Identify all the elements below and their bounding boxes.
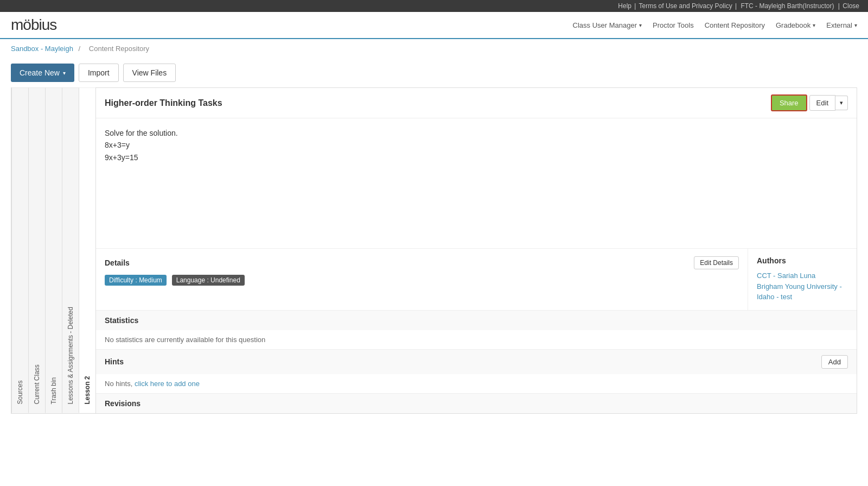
edit-button[interactable]: Edit: [809, 95, 835, 111]
question-body: Solve for the solution. 8x+3=y 9x+3y=15: [96, 118, 857, 249]
question-line-3: 9x+3y=15: [105, 152, 848, 163]
details-title: Details: [105, 258, 130, 267]
close-link[interactable]: Close: [843, 2, 859, 10]
vertical-tabs: Sources Current Class Trash bin Lessons …: [11, 87, 95, 414]
question-title: Higher-order Thinking Tasks: [105, 98, 771, 108]
share-button[interactable]: Share: [771, 94, 807, 111]
author-2-link[interactable]: Brigham Young University - Idaho - test: [757, 281, 848, 302]
breadcrumb-current: Content Repository: [89, 45, 149, 53]
gradebook-nav[interactable]: Gradebook ▾: [776, 21, 815, 29]
badges-row: Difficulty : Medium Language : Undefined: [105, 275, 739, 286]
main-layout: Sources Current Class Trash bin Lessons …: [11, 87, 857, 414]
tab-trash-bin[interactable]: Trash bin: [45, 88, 62, 413]
proctor-tools-nav[interactable]: Proctor Tools: [653, 21, 694, 29]
external-nav[interactable]: External ▾: [826, 21, 857, 29]
import-button[interactable]: Import: [79, 64, 119, 82]
gradebook-caret-icon: ▾: [813, 22, 815, 28]
toolbar: Create New ▾ Import View Files: [0, 58, 868, 87]
question-line-1: Solve for the solution.: [105, 127, 848, 139]
top-bar: Help | Terms of Use and Privacy Policy |…: [0, 0, 868, 12]
breadcrumb-root[interactable]: Sandbox - Mayleigh: [11, 45, 73, 53]
tab-lesson-2[interactable]: Lesson 2: [79, 88, 95, 413]
details-panel: Details Edit Details Difficulty : Medium…: [96, 249, 748, 310]
details-authors-row: Details Edit Details Difficulty : Medium…: [96, 249, 857, 310]
difficulty-badge: Difficulty : Medium: [105, 275, 167, 286]
ftc-info: FTC - Mayleigh Barth(Instructor): [741, 2, 834, 10]
tab-sources[interactable]: Sources: [11, 88, 28, 413]
content-repository-nav[interactable]: Content Repository: [705, 21, 765, 29]
view-files-button[interactable]: View Files: [123, 64, 176, 82]
nav-links: Class User Manager ▾ Proctor Tools Conte…: [573, 21, 857, 29]
add-hint-link[interactable]: click here to add one: [135, 380, 200, 388]
hints-body: No hints, click here to add one: [96, 374, 857, 393]
authors-panel: Authors CCT - Sariah Luna Brigham Young …: [748, 249, 857, 310]
breadcrumb: Sandbox - Mayleigh / Content Repository: [0, 39, 868, 58]
nav-bar: möbius Class User Manager ▾ Proctor Tool…: [0, 12, 868, 39]
external-caret-icon: ▾: [854, 22, 857, 28]
statistics-title: Statistics: [96, 311, 857, 330]
hints-section: Hints Add No hints, click here to add on…: [96, 350, 857, 394]
authors-title: Authors: [757, 256, 786, 265]
logo: möbius: [11, 16, 56, 34]
create-new-caret-icon: ▾: [63, 70, 66, 76]
tab-lessons-assignments-deleted[interactable]: Lessons & Assignments - Deleted: [62, 88, 79, 413]
question-header: Higher-order Thinking Tasks Share Edit ▾: [96, 88, 857, 118]
hints-empty-prefix: No hints,: [105, 380, 132, 388]
add-hint-button[interactable]: Add: [821, 355, 848, 369]
help-link[interactable]: Help: [618, 2, 631, 10]
author-1-link[interactable]: CCT - Sariah Luna: [757, 270, 848, 281]
class-user-manager-caret-icon: ▾: [639, 22, 642, 28]
question-line-2: 8x+3=y: [105, 139, 848, 151]
language-badge: Language : Undefined: [172, 275, 245, 286]
revisions-section: Revisions: [96, 394, 857, 413]
tab-current-class[interactable]: Current Class: [28, 88, 45, 413]
class-user-manager-nav[interactable]: Class User Manager ▾: [573, 21, 642, 29]
terms-link[interactable]: Terms of Use and Privacy Policy: [639, 2, 732, 10]
hints-title: Hints: [105, 357, 124, 366]
statistics-body: No statistics are currently available fo…: [96, 330, 857, 349]
edit-details-button[interactable]: Edit Details: [694, 256, 739, 269]
statistics-section: Statistics No statistics are currently a…: [96, 311, 857, 350]
edit-caret-button[interactable]: ▾: [835, 96, 848, 110]
details-section: Details Edit Details Difficulty : Medium…: [96, 249, 857, 311]
create-new-button[interactable]: Create New ▾: [11, 64, 74, 82]
content-area: Higher-order Thinking Tasks Share Edit ▾…: [95, 87, 857, 414]
revisions-title: Revisions: [96, 394, 857, 413]
